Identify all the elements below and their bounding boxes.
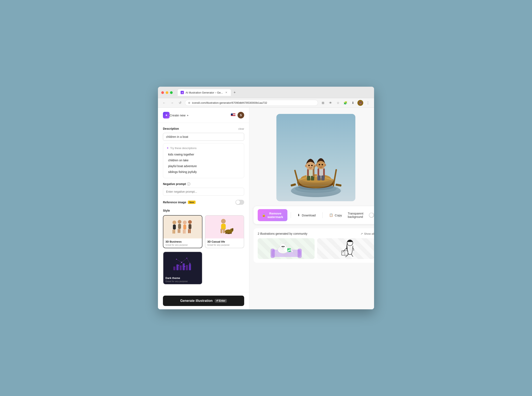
minimize-window-button[interactable] [166, 91, 168, 94]
maximize-window-button[interactable] [170, 91, 173, 94]
community-thumb-1-svg [267, 238, 305, 259]
suggestion-item-2[interactable]: children on lake [167, 157, 241, 163]
browser-window: ✦ AI Illustration Generator – Ge... ✕ + … [158, 87, 374, 309]
download-browser-icon[interactable]: ⬇ [350, 100, 356, 106]
back-button[interactable]: ← [161, 100, 167, 106]
svg-rect-69 [321, 175, 325, 181]
style-info-dark: Dark theme Great for any purpose [163, 275, 202, 284]
svg-marker-85 [284, 242, 286, 244]
show-all-label: Show all [364, 232, 374, 235]
generated-illustration-svg [276, 114, 355, 201]
browser-user-avatar[interactable]: 🐻 [358, 100, 363, 106]
info-icon: i [187, 182, 190, 186]
tab-bar: ✦ AI Illustration Generator – Ge... ✕ + [178, 89, 237, 96]
svg-rect-42 [183, 263, 185, 270]
sidebar-body: Description clear ✦ Try these descriptio… [158, 123, 249, 292]
svg-point-61 [308, 165, 310, 166]
svg-rect-68 [317, 175, 321, 181]
community-title: 2 illustrations generated by community [258, 232, 307, 235]
style-name-3d-business: 3D Business [165, 240, 200, 243]
svg-rect-3 [174, 229, 175, 234]
tab-favicon: ✦ [181, 91, 184, 94]
style-preview-dark [163, 252, 202, 275]
svg-rect-1 [173, 225, 176, 229]
remove-watermark-icon: 🔓 [262, 213, 266, 217]
translate-icon[interactable]: ⊞ [320, 100, 326, 106]
svg-point-12 [188, 220, 192, 224]
svg-point-86 [282, 246, 283, 247]
suggestions-title: ✦ Try these descriptions [167, 146, 241, 150]
copy-label: Copy [335, 214, 342, 217]
user-avatar[interactable]: S [237, 112, 244, 118]
community-thumb-1[interactable] [258, 238, 315, 259]
remove-watermark-button[interactable]: 🔓 Remove watermark [258, 209, 287, 221]
negative-prompt-label: Negative prompt i [163, 182, 244, 186]
svg-rect-2 [173, 229, 174, 234]
description-input[interactable] [163, 133, 244, 141]
logo-icon: ✦ [165, 113, 168, 117]
svg-rect-41 [179, 265, 182, 270]
copy-icon: 📋 [329, 213, 333, 217]
eye-icon[interactable]: 👁 [328, 100, 333, 106]
remove-watermark-label: Remove watermark [267, 212, 283, 219]
new-tab-button[interactable]: + [232, 90, 237, 95]
style-section: Style [163, 209, 244, 285]
address-bar[interactable]: ⊕ icons8.com/illustration-generator/6709… [185, 100, 318, 106]
svg-point-87 [283, 246, 284, 247]
style-desc-dark: Great for any purpose [165, 280, 200, 283]
reference-image-toggle[interactable] [236, 200, 244, 205]
download-label: Download [302, 214, 316, 217]
negative-prompt-input[interactable] [163, 188, 244, 196]
description-section-header: Description clear [163, 127, 244, 130]
svg-rect-13 [189, 224, 191, 229]
style-preview-svg-business [170, 217, 195, 237]
community-header: 2 illustrations generated by community ↗… [258, 232, 374, 235]
reference-image-label: Reference image New [163, 201, 196, 204]
transparent-background-section: Transparent background [348, 212, 374, 218]
svg-line-35 [182, 258, 187, 262]
browser-tab-active[interactable]: ✦ AI Illustration Generator – Ge... ✕ [178, 89, 231, 96]
style-card-3d-business[interactable]: 3D Business Great for any purpose [163, 215, 202, 248]
browser-titlebar: ✦ AI Illustration Generator – Ge... ✕ + [158, 87, 374, 98]
menu-icon[interactable]: ⋮ [365, 100, 371, 106]
svg-rect-81 [298, 249, 302, 258]
svg-point-72 [322, 164, 323, 165]
style-preview-svg-dark [170, 255, 195, 272]
show-all-button[interactable]: ↗ Show all [361, 232, 374, 235]
copy-button[interactable]: 📋 Copy [326, 211, 345, 220]
close-window-button[interactable] [161, 91, 164, 94]
svg-rect-6 [178, 229, 179, 233]
suggestion-item-3[interactable]: playful boat adventure [167, 163, 241, 169]
svg-point-23 [232, 229, 232, 230]
svg-rect-19 [223, 229, 225, 233]
download-icon: ⬇ [297, 213, 300, 217]
main-content: 🔓 Remove watermark ⬇ Download 📋 Copy Tra… [249, 108, 374, 309]
suggestion-item-4[interactable]: siblings fishing joyfully [167, 169, 241, 175]
language-flag-icon[interactable] [231, 113, 236, 117]
nav-icons-right: ⊞ 👁 ☆ 🧩 ⬇ 🐻 ⋮ [320, 100, 371, 106]
style-preview-3d-casual [205, 215, 244, 239]
svg-rect-58 [307, 176, 310, 181]
style-info-3d-casual: 3D Casual life Great for any purpose [205, 239, 244, 248]
style-info-3d-business: 3D Business Great for any purpose [163, 239, 202, 248]
app-logo: ✦ [163, 112, 170, 118]
create-new-button[interactable]: Create new + [170, 113, 189, 117]
style-card-3d-casual[interactable]: 3D Casual life Great for any purpose [205, 215, 244, 248]
svg-rect-5 [178, 224, 181, 229]
transparent-bg-toggle[interactable] [369, 213, 374, 218]
extension-icon[interactable]: 🧩 [342, 100, 348, 106]
suggestion-item-1[interactable]: kids rowing together [167, 152, 241, 157]
forward-button[interactable]: → [169, 100, 175, 106]
clear-button[interactable]: clear [238, 127, 244, 130]
app-content: ✦ Create new + S Description clear [158, 108, 374, 309]
download-button[interactable]: ⬇ Download [294, 211, 319, 220]
generate-illustration-button[interactable]: Generate illustration ⏎ ⏎ Enter Enter [163, 296, 244, 306]
svg-point-83 [280, 244, 286, 250]
community-thumb-2[interactable] [317, 238, 374, 259]
svg-marker-84 [280, 242, 283, 244]
tab-close-button[interactable]: ✕ [225, 91, 228, 94]
refresh-button[interactable]: ↺ [177, 100, 183, 106]
style-card-dark[interactable]: Dark theme Great for any purpose [163, 251, 202, 285]
style-preview-svg-casual [212, 217, 237, 237]
bookmark-icon[interactable]: ☆ [335, 100, 341, 106]
